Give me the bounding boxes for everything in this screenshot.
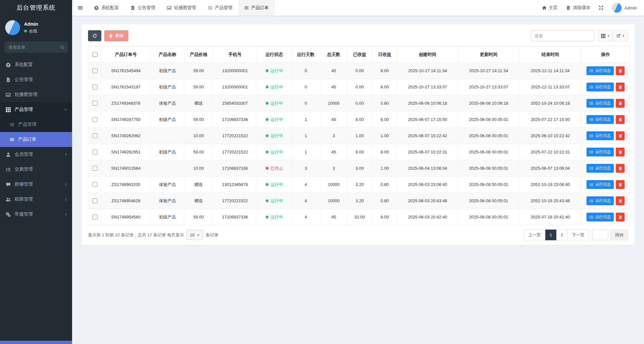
sidebar-item-权限管理[interactable]: 权限管理	[0, 192, 72, 207]
row-checkbox[interactable]	[93, 101, 97, 106]
row-checkbox[interactable]	[93, 117, 97, 122]
refresh-button[interactable]	[88, 30, 101, 41]
row-checkbox[interactable]	[93, 198, 97, 203]
cell-price: 10.00	[184, 128, 213, 144]
row-delete-button[interactable]	[616, 196, 625, 205]
sidebar-item-常规管理[interactable]: 常规管理	[0, 207, 72, 222]
export-button[interactable]	[613, 30, 628, 41]
cell-updated: 2025-06-08 00:05:01	[458, 209, 520, 225]
row-checkbox[interactable]	[93, 215, 97, 219]
row-delete-button[interactable]	[616, 148, 625, 156]
row-delete-button[interactable]	[616, 180, 625, 189]
tab-产品管理[interactable]: 产品管理	[202, 0, 238, 16]
page-size-dropdown[interactable]: 10	[186, 230, 203, 240]
run-log-button[interactable]: 运行日志	[587, 83, 614, 91]
row-delete-button[interactable]	[616, 131, 625, 140]
sidebar-item-轮播图管理[interactable]: 轮播图管理	[0, 87, 72, 102]
next-page-button[interactable]: 下一页	[567, 230, 589, 240]
home-link[interactable]: 主页	[542, 5, 558, 11]
cell-total: 10000	[320, 193, 347, 209]
chevron-left-icon	[64, 198, 68, 201]
run-log-button[interactable]: 运行日志	[587, 213, 614, 221]
run-log-button[interactable]: 运行日志	[587, 148, 614, 156]
run-log-button[interactable]: 运行日志	[587, 164, 614, 173]
sidebar-subitem-产品订单[interactable]: 产品订单	[0, 132, 72, 147]
row-checkbox[interactable]	[93, 166, 97, 171]
status-dot-icon	[266, 216, 269, 218]
tab-产品订单[interactable]: 产品订单	[238, 0, 275, 16]
sidebar-bottom-strip	[0, 341, 72, 344]
column-header: 更新时间	[458, 46, 520, 63]
trash-icon	[618, 150, 622, 154]
cell-days: 3	[292, 160, 320, 177]
hamburger-icon	[78, 5, 83, 10]
row-delete-button[interactable]	[616, 164, 625, 173]
cell-updated: 2025-06-08 00:05:01	[458, 144, 520, 160]
cell-created: 2025-06-04 13:06:04	[398, 160, 458, 177]
row-checkbox[interactable]	[93, 68, 97, 73]
row-checkbox[interactable]	[93, 85, 97, 89]
table-toolbar: 删除	[88, 30, 628, 41]
cell-total: 10000	[320, 95, 347, 112]
row-delete-button[interactable]	[616, 213, 625, 221]
cell-earned: 8.00	[347, 112, 372, 128]
sidebar-subitem-产品管理[interactable]: 产品管理	[0, 117, 72, 132]
row-delete-button[interactable]	[616, 115, 625, 124]
page-button-1[interactable]: 1	[545, 230, 557, 240]
sidebar-item-产品管理[interactable]: 产品管理	[0, 102, 72, 117]
cell-earned: 8.00	[347, 144, 372, 160]
sidebar-item-会员管理[interactable]: 会员管理	[0, 147, 72, 162]
page-button-2[interactable]: 2	[556, 230, 568, 240]
cell-updated: 2025-10-27 14:11:34	[458, 63, 520, 79]
sidebar-search-input[interactable]	[5, 42, 68, 53]
row-checkbox[interactable]	[93, 133, 97, 138]
sidebar-item-群聊管理[interactable]: 群聊管理	[0, 177, 72, 192]
run-log-button[interactable]: 运行日志	[587, 131, 614, 140]
row-delete-button[interactable]	[616, 66, 625, 75]
columns-toggle-button[interactable]	[598, 30, 613, 41]
tab-系统配置[interactable]: 系统配置	[88, 0, 125, 16]
sidebar-item-交易管理[interactable]: 交易管理	[0, 162, 72, 177]
tab-轮播图管理[interactable]: 轮播图管理	[161, 0, 202, 16]
menu-item-label: 公告管理	[15, 77, 33, 83]
row-checkbox[interactable]	[93, 150, 97, 154]
select-all-checkbox[interactable]	[93, 52, 97, 57]
table-search-input[interactable]	[531, 30, 595, 41]
tab-公告管理[interactable]: 公告管理	[125, 0, 161, 16]
status-badge: 已停止	[266, 165, 283, 171]
trash-icon	[618, 166, 622, 170]
sidebar-item-系统配置[interactable]: 系统配置	[0, 57, 72, 72]
sidebar-item-公告管理[interactable]: 公告管理	[0, 72, 72, 87]
cell-days: 4	[292, 193, 320, 209]
jump-page-input[interactable]	[592, 230, 608, 240]
online-dot-icon	[24, 30, 27, 33]
user-status: 在线	[24, 28, 38, 34]
run-log-button[interactable]: 运行日志	[587, 196, 614, 205]
menu-item-label: 产品管理	[15, 107, 33, 112]
cell-end: 2025-12-11 13:33:07	[520, 79, 581, 95]
sidebar-toggle-button[interactable]	[72, 0, 88, 16]
menu-item-label: 权限管理	[15, 196, 33, 202]
table-row: SN1749287750初级产品59.0017106837336运行中1458.…	[88, 112, 630, 128]
fullscreen-button[interactable]	[599, 6, 603, 10]
row-delete-button[interactable]	[616, 83, 625, 91]
run-log-button[interactable]: 运行日志	[587, 180, 614, 189]
clear-cache-link[interactable]: 清除缓存	[566, 5, 590, 11]
orders-table: 产品订单号产品名称产品价格手机号运行状态运行天数总天数已收益日收益创建时间更新时…	[88, 46, 630, 225]
cell-updated: 2025-06-08 00:05:01	[458, 112, 520, 128]
prev-page-button[interactable]: 上一页	[524, 230, 546, 240]
run-log-button[interactable]: 运行日志	[587, 66, 614, 75]
run-log-button[interactable]: 运行日志	[587, 115, 614, 124]
jump-button[interactable]: 跳转	[611, 230, 628, 240]
run-log-button[interactable]: 运行日志	[587, 99, 614, 108]
cell-daily: 8.00	[372, 209, 398, 225]
cell-days: 1	[292, 112, 320, 128]
row-checkbox[interactable]	[93, 182, 97, 187]
cell-name	[151, 160, 184, 177]
navbar-user-menu[interactable]: Admin	[612, 3, 637, 13]
row-delete-button[interactable]	[616, 99, 625, 108]
delete-button[interactable]: 删除	[104, 30, 128, 41]
cell-end: 2052-10-24 10:06:18	[520, 95, 581, 112]
app-title: 后台管理系统	[0, 0, 72, 16]
trash-icon	[618, 118, 622, 122]
